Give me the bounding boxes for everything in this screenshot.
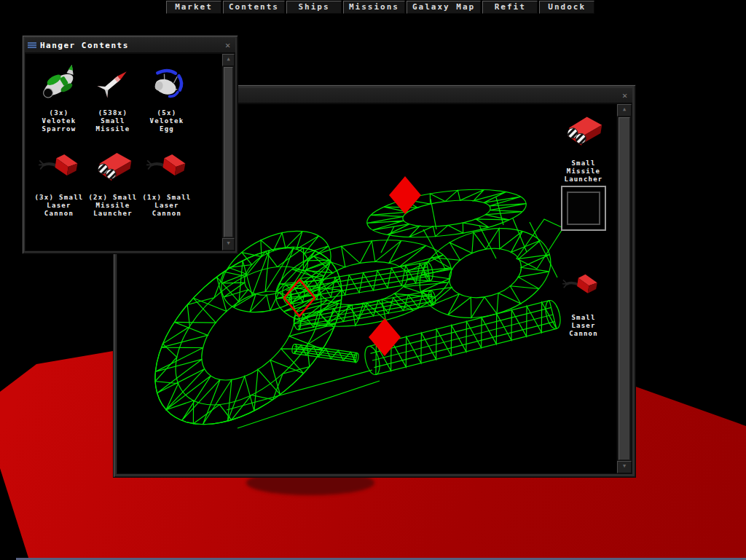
missions-button[interactable]: Missions	[343, 1, 405, 14]
hanger-scrollbar-track[interactable]	[222, 66, 235, 238]
scroll-down-icon[interactable]: ▼	[617, 461, 632, 473]
small-missile-launcher-icon	[92, 146, 134, 189]
hanger-item-small-laser-cannon[interactable]: (1x) Small Laser Cannon	[140, 141, 194, 226]
galaxy-map-button[interactable]: Galaxy Map	[407, 1, 481, 14]
small-laser-cannon-icon	[146, 146, 188, 189]
hanger-item-velotek-sparrow[interactable]: (3x) Velotek Sparrow	[32, 57, 86, 141]
hanger-item-label: (538x) Small Missile	[95, 109, 130, 133]
hanger-item-label: (2x) Small Missile Launcher	[88, 194, 137, 218]
scroll-up-icon[interactable]: ▲	[222, 54, 235, 66]
hanger-item-label: (5x) Velotek Egg	[149, 109, 184, 133]
hardpoint-marker-filled[interactable]	[369, 318, 401, 356]
hanger-item-grid: (3x) Velotek Sparrow (538x) Small Missil…	[25, 54, 221, 251]
scroll-down-icon[interactable]: ▼	[222, 238, 235, 251]
close-icon[interactable]: ✕	[222, 40, 233, 51]
refit-scrollbar-track[interactable]	[617, 117, 632, 461]
hanger-item-velotek-egg[interactable]: (5x) Velotek Egg	[140, 57, 194, 141]
empty-equipment-slot-inner	[567, 192, 600, 225]
undock-button[interactable]: Undock	[539, 1, 594, 14]
hanger-item-label: (3x) Velotek Sparrow	[42, 109, 76, 133]
small-laser-cannon-icon[interactable]	[556, 267, 605, 305]
market-button[interactable]: Market	[166, 1, 221, 14]
window-icon	[28, 42, 36, 49]
velotek-egg-icon	[146, 62, 188, 104]
top-menu-bar: Market Contents Ships Missions Galaxy Ma…	[166, 1, 594, 15]
equipment-label: Small Laser Cannon	[540, 314, 627, 338]
refit-scrollbar[interactable]: ▲ ▼	[616, 104, 632, 473]
hanger-scrollbar-thumb[interactable]	[224, 67, 233, 237]
hanger-item-label: (1x) Small Laser Cannon	[142, 194, 191, 218]
small-missile-launcher-icon[interactable]	[560, 110, 605, 154]
velotek-sparrow-icon	[38, 62, 80, 104]
hanger-item-label: (3x) Small Laser Cannon	[34, 194, 83, 218]
hanger-item-small-missile[interactable]: (538x) Small Missile	[86, 57, 140, 141]
hanger-window-title: Hanger Contents	[40, 41, 129, 50]
hanger-scrollbar[interactable]: ▲ ▼	[221, 54, 235, 251]
contents-button[interactable]: Contents	[223, 1, 285, 14]
hanger-contents-window: Hanger Contents ✕ (3x) Velotek Sparrow (…	[22, 35, 238, 254]
refit-button[interactable]: Refit	[482, 1, 538, 14]
empty-equipment-slot[interactable]	[561, 186, 606, 231]
scroll-up-icon[interactable]: ▲	[617, 104, 632, 117]
hanger-item-small-laser-cannon[interactable]: (3x) Small Laser Cannon	[32, 141, 86, 226]
refit-scrollbar-thumb[interactable]	[619, 117, 630, 460]
hanger-item-small-missile-launcher[interactable]: (2x) Small Missile Launcher	[86, 141, 140, 226]
close-icon[interactable]: ✕	[619, 90, 630, 101]
small-laser-cannon-icon	[38, 146, 80, 189]
small-missile-icon	[92, 62, 134, 104]
ships-button[interactable]: Ships	[286, 1, 342, 14]
hanger-window-titlebar[interactable]: Hanger Contents ✕	[25, 38, 235, 53]
equipment-label: Small Missile Launcher	[540, 159, 627, 184]
